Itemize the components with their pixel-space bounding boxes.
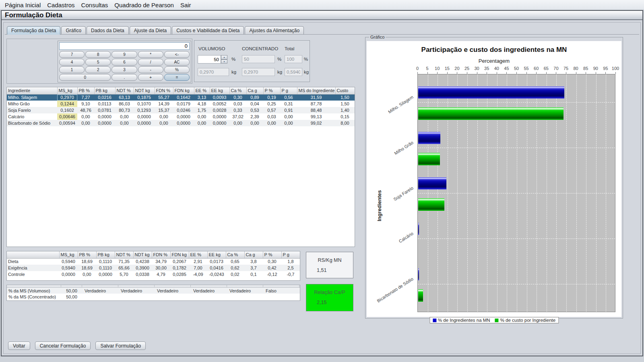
value-cell: 0,0000: [134, 120, 155, 126]
value-cell: 4,18: [194, 101, 210, 107]
column-header[interactable]: Custo: [335, 87, 355, 94]
column-header[interactable]: NDT %: [115, 87, 134, 94]
volumoso-kg-unit: kg: [231, 70, 236, 74]
calc-key-/[interactable]: /: [138, 59, 163, 66]
calc-key-6[interactable]: 6: [111, 59, 137, 66]
summary-column-header: NDT kg: [133, 251, 152, 258]
column-header[interactable]: FDN %: [155, 87, 173, 94]
category-gridline: [418, 239, 615, 239]
table-row[interactable]: Bicarbonato de Sódio0,005940,000,00000,0…: [7, 120, 355, 126]
x-tick-mark: [516, 72, 517, 74]
checks-flag-cell: Verdadeiro: [118, 288, 155, 293]
chart-title: Participação e custo dos ingredientes na…: [367, 46, 621, 54]
tab[interactable]: Formulação da Dieta: [7, 26, 60, 35]
value-cell: 0,91: [280, 107, 297, 113]
calc-key-4[interactable]: 4: [59, 59, 85, 66]
value-cell: 2,39: [246, 113, 263, 120]
table-row[interactable]: Soja Farelo0,160248,760,078180,730,12931…: [7, 107, 355, 113]
summary-value-cell: 7,00: [189, 265, 207, 271]
value-cell: 0,00646: [57, 113, 77, 120]
table-row[interactable]: Milho Grão0,12449,100,011386,030,107014,…: [7, 101, 355, 107]
table-row[interactable]: Milho. Silagem0,29707,270,021663,130,187…: [7, 94, 355, 101]
calc-key-%[interactable]: %: [164, 66, 190, 73]
value-cell: 0,30: [229, 94, 246, 101]
calculator-display[interactable]: [59, 42, 190, 50]
calc-key-AC[interactable]: AC: [164, 59, 190, 66]
tab[interactable]: Ajuste da Dieta: [130, 26, 171, 35]
calc-key--[interactable]: -: [138, 66, 163, 73]
value-cell: 0,1293: [134, 107, 155, 113]
bar-ingredient-percent: [418, 177, 446, 189]
value-cell: 8,00: [335, 120, 355, 126]
calc-key-equals[interactable]: =: [164, 74, 190, 81]
calc-key-<-[interactable]: <-: [164, 51, 190, 58]
tab[interactable]: Gráfico: [61, 26, 86, 35]
menu-item[interactable]: Página Inicial: [2, 1, 44, 9]
menu-item[interactable]: Consultas: [78, 1, 111, 9]
volumoso-percent-input[interactable]: [198, 55, 221, 64]
column-header[interactable]: P %: [263, 87, 280, 94]
volumoso-percent-spinner[interactable]: ▲ ▼: [198, 55, 227, 64]
chart-x-axis-label: Percentagem: [367, 58, 621, 64]
calc-key-7[interactable]: 7: [59, 51, 85, 58]
calc-key-1[interactable]: 1: [59, 66, 85, 73]
value-cell: 0,1642: [173, 94, 194, 101]
column-header[interactable]: MS do Ingrediente: [297, 87, 335, 94]
column-header[interactable]: Ingrediente: [7, 87, 57, 94]
column-header[interactable]: NDT kg: [134, 87, 155, 94]
summary-column-header: FDN kg: [170, 251, 189, 258]
volumoso-label: VOLUMOSO: [198, 46, 225, 51]
column-header[interactable]: PB kg: [94, 87, 115, 94]
column-header[interactable]: Ca %: [229, 87, 246, 94]
voltar-button[interactable]: Voltar: [8, 341, 30, 350]
column-header[interactable]: FDN kg: [173, 87, 194, 94]
category-gridline: [418, 102, 615, 103]
x-tick-label: 60: [534, 66, 539, 71]
salvar-formulacao-button[interactable]: Salvar Formulação: [95, 341, 146, 350]
value-cell: 0,0781: [94, 107, 115, 113]
calc-key-2[interactable]: 2: [85, 66, 111, 73]
summary-value-cell: 0,0173: [207, 258, 226, 265]
menu-item[interactable]: Quadrado de Pearson: [111, 1, 177, 9]
calc-key-.[interactable]: .: [111, 74, 137, 81]
calc-key-5[interactable]: 5: [85, 59, 111, 66]
category-gridline: [418, 148, 615, 148]
tab[interactable]: Dados da Dieta: [87, 26, 129, 35]
menu-item[interactable]: Sair: [177, 1, 194, 9]
ingredients-table-container[interactable]: IngredienteMS_kgPB %PB kgNDT %NDT kgFDN …: [6, 87, 355, 247]
column-header[interactable]: MS_kg: [57, 87, 77, 94]
table-row[interactable]: Calcário0,006460,000,00000,000,00000,000…: [7, 113, 355, 120]
column-header[interactable]: Ca g: [246, 87, 263, 94]
column-header[interactable]: PB %: [77, 87, 94, 94]
cancelar-formulacao-button[interactable]: Cancelar Formulação: [35, 341, 91, 350]
bar-cost-percent: [418, 153, 440, 165]
tab[interactable]: Custos e Viabilidade da Dieta: [172, 26, 244, 35]
calc-key-9[interactable]: 9: [111, 51, 137, 58]
checks-row: % da MS (Concentrado)50,00: [7, 294, 300, 300]
calc-key-*[interactable]: *: [138, 51, 163, 58]
column-header[interactable]: P g: [280, 87, 297, 94]
x-tick-label: 95: [603, 66, 608, 71]
spinner-down-button[interactable]: ▼: [221, 60, 227, 64]
spinner-up-button[interactable]: ▲: [221, 55, 227, 60]
calc-key-+[interactable]: +: [138, 74, 163, 81]
summary-value-cell: 0,65: [226, 258, 244, 265]
x-tick-label: 30: [474, 66, 479, 71]
calc-key-8[interactable]: 8: [85, 51, 111, 58]
value-cell: 0,56: [280, 94, 297, 101]
category-gridline: [418, 193, 615, 193]
summary-column-header: NDT %: [115, 251, 133, 258]
calc-key-0[interactable]: 0: [59, 74, 111, 81]
category-label: Bicarbonato de Sódio: [367, 276, 414, 309]
value-cell: 0,0179: [173, 101, 194, 107]
x-tick-label: 45: [504, 66, 509, 71]
calc-key-3[interactable]: 3: [111, 66, 137, 73]
menu-item[interactable]: Cadastros: [44, 1, 78, 9]
summary-column-header: P g: [281, 251, 300, 258]
total-percent-unit: %: [304, 57, 308, 62]
tab[interactable]: Ajustes da Alimentação: [245, 26, 304, 35]
summary-row: Exigência0,594018,690,111065,660,390030,…: [7, 265, 300, 271]
column-header[interactable]: EE kg: [210, 87, 229, 94]
column-header[interactable]: EE %: [194, 87, 210, 94]
value-cell: 0,00: [280, 113, 297, 120]
